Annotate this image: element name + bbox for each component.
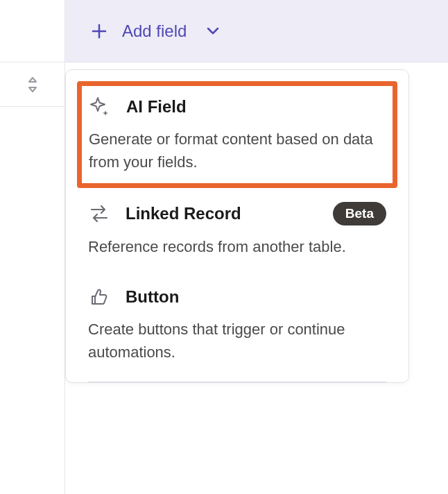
- add-field-button[interactable]: Add field: [65, 0, 448, 62]
- left-rail: [0, 0, 65, 494]
- field-option-description: Generate or format content based on data…: [89, 128, 386, 173]
- add-field-label: Add field: [122, 22, 187, 41]
- field-option-description: Reference records from another table.: [88, 235, 386, 258]
- plus-icon: [92, 24, 107, 39]
- field-option-title: Button: [126, 287, 386, 307]
- beta-badge: Beta: [333, 202, 386, 225]
- field-option-button[interactable]: Button Create buttons that trigger or co…: [77, 272, 397, 377]
- field-option-title: Linked Record: [126, 204, 318, 223]
- field-type-dropdown: AI Field Generate or format content base…: [65, 69, 409, 383]
- chevron-down-icon: [206, 24, 220, 38]
- dropdown-divider: [88, 382, 386, 382]
- field-option-linked-record[interactable]: Linked Record Beta Reference records fro…: [77, 188, 397, 272]
- thumbs-up-icon: [88, 286, 110, 308]
- sparkle-icon: [89, 96, 111, 118]
- sort-toggle[interactable]: [0, 62, 64, 107]
- swap-arrows-icon: [88, 203, 110, 225]
- sort-updown-icon: [26, 76, 40, 94]
- field-option-ai-field[interactable]: AI Field Generate or format content base…: [77, 81, 397, 188]
- left-rail-header-spacer: [0, 0, 64, 62]
- field-option-title: AI Field: [126, 97, 386, 117]
- field-option-description: Create buttons that trigger or continue …: [88, 318, 386, 364]
